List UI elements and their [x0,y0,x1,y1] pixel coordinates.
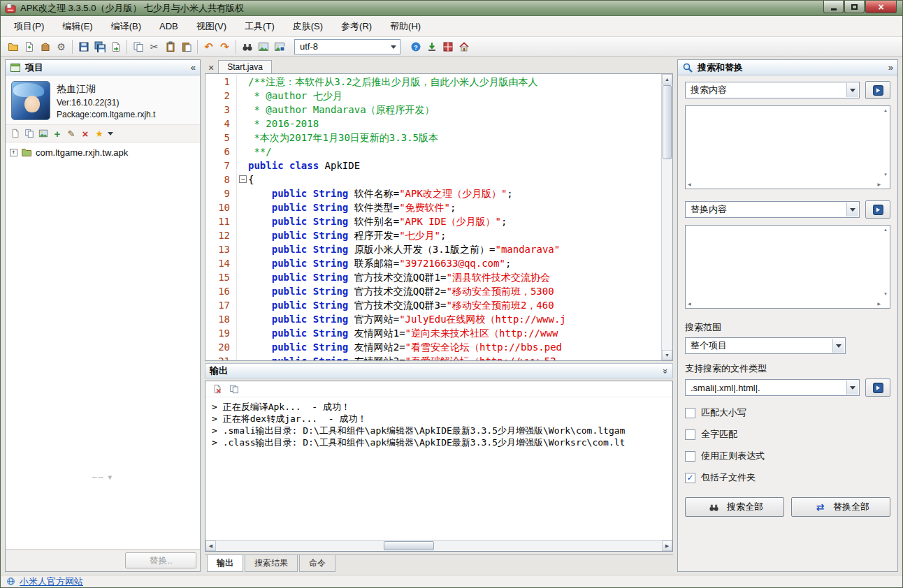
home-icon[interactable] [456,39,472,54]
menu-item[interactable]: 视图(V) [187,17,236,36]
tab-start-java[interactable]: Start.java [218,60,272,73]
code-editor[interactable]: 1/**注意：本软件从3.2之后推出少月版，自此小米人少月版由本人2 * @au… [205,73,673,361]
replace-button[interactable]: 替换.. [125,552,196,568]
chevron-down-icon[interactable] [108,132,113,135]
maximize-button[interactable] [844,1,865,13]
replace-all-button[interactable]: 替换全部 [791,497,890,517]
checkbox-row[interactable]: 匹配大小写 [685,406,890,419]
copy-icon[interactable] [22,126,36,140]
checkbox[interactable] [685,473,695,483]
filetype-dropdown[interactable] [846,381,858,395]
menu-item[interactable]: 项目(P) [5,17,53,36]
stop-icon[interactable] [440,39,456,54]
search-options-button[interactable] [865,81,890,99]
checkbox[interactable] [685,451,695,462]
save-icon[interactable] [75,39,92,54]
image-icon[interactable] [36,126,50,140]
scroll-left-icon[interactable] [688,301,691,306]
search-dropdown[interactable] [846,83,858,97]
close-red-icon[interactable] [78,126,92,140]
copy-icon[interactable] [130,39,146,54]
scroll-down-icon[interactable] [883,172,888,177]
menu-item[interactable]: 编译(B) [102,17,150,36]
minimize-button[interactable] [823,1,844,13]
encoding-combo[interactable]: utf-8 [294,39,400,54]
menu-item[interactable]: 工具(T) [236,17,284,36]
scope-dropdown[interactable] [832,339,844,353]
add-icon[interactable] [50,126,64,140]
checkbox-row[interactable]: 全字匹配 [685,428,890,441]
fold-toggle-icon[interactable]: − [239,175,247,183]
editor-vscrollbar[interactable] [661,74,672,360]
close-tab-icon[interactable] [207,63,215,73]
hscrollbar-thumb[interactable] [384,541,434,550]
scroll-right-icon[interactable] [662,541,672,551]
expand-icon[interactable]: + [10,149,17,156]
scroll-right-icon[interactable] [877,182,881,186]
settings-icon[interactable] [53,39,69,54]
scroll-down-icon[interactable] [883,292,888,296]
scroll-down-icon[interactable] [662,350,672,360]
download-icon[interactable] [424,39,440,54]
collapse-output-icon[interactable] [660,368,671,373]
star-icon[interactable] [92,126,106,140]
undo-icon[interactable] [201,39,217,54]
help-icon[interactable]: ? [407,39,424,54]
splitter-handle[interactable] [92,473,113,482]
scroll-left-icon[interactable] [688,182,691,186]
package-icon[interactable] [37,39,53,54]
bottom-tab[interactable]: 命令 [299,555,335,572]
menu-item[interactable]: 帮助(H) [381,17,430,36]
scroll-up-icon[interactable] [662,74,672,84]
close-button[interactable] [865,1,897,13]
menu-item[interactable]: 参考(R) [332,17,381,36]
new-project-icon[interactable] [21,39,37,54]
cut-icon[interactable] [146,39,162,54]
filetype-options-button[interactable] [865,378,890,397]
image-icon[interactable] [255,39,271,54]
checkbox-row[interactable]: 使用正则表达式 [685,450,890,462]
bottom-tab[interactable]: 搜索结果 [245,555,298,572]
menu-item[interactable]: 皮肤(S) [284,17,332,36]
checkbox[interactable] [685,429,695,440]
checkbox-row[interactable]: 包括子文件夹 [685,471,890,484]
replace-dropdown[interactable] [846,203,858,216]
menu-item[interactable]: 编辑(E) [53,17,101,36]
import-icon[interactable] [108,39,124,54]
clear-output-icon[interactable] [210,382,224,396]
search-history-list[interactable] [685,105,890,189]
bottom-tab[interactable]: 输出 [207,555,243,572]
open-folder-icon[interactable] [5,39,21,54]
copy-output-icon[interactable] [227,382,241,396]
find-icon[interactable] [239,39,255,54]
scroll-up-icon[interactable] [883,108,888,112]
scroll-right-icon[interactable] [877,301,881,306]
scope-select[interactable]: 整个项目 [685,337,846,354]
output-text[interactable]: > 正在反编译Apk... - 成功！> 正在将dex转成jar... - 成功… [205,397,672,540]
save-all-icon[interactable] [92,39,108,54]
scroll-left-icon[interactable] [205,541,216,551]
tree-item[interactable]: + com.ltgame.rxjh.tw.apk [10,146,196,159]
replace-history-list[interactable] [685,225,890,309]
new-file-icon[interactable] [8,126,22,140]
search-input[interactable]: 搜索内容 [685,82,860,98]
replace-options-button[interactable] [865,200,890,219]
scroll-up-icon[interactable] [883,228,888,232]
search-all-button[interactable]: 搜索全部 [685,497,784,517]
replace-input[interactable]: 替换内容 [685,201,860,218]
collapse-search-icon[interactable] [888,62,893,73]
project-tree[interactable]: + com.ltgame.rxjh.tw.apk [6,142,200,549]
edit-icon[interactable] [64,126,78,140]
website-link[interactable]: 小米人官方网站 [20,575,83,588]
output-hscrollbar[interactable] [205,540,672,551]
vscrollbar-thumb[interactable] [663,85,672,159]
checkbox[interactable] [685,408,695,418]
snapshot-icon[interactable] [271,39,287,54]
filetype-select[interactable]: .smali|.xml|.html|. [685,379,860,396]
vscrollbar-track[interactable] [662,160,672,350]
clipboard-icon[interactable] [178,39,194,54]
collapse-panel-icon[interactable] [191,62,196,73]
title-bar[interactable]: APK改之理 3.3.5.0（少月版） 七少月与小米人共有版权 [1,1,902,16]
paste-icon[interactable] [162,39,178,54]
menu-item[interactable]: ADB [150,17,187,35]
